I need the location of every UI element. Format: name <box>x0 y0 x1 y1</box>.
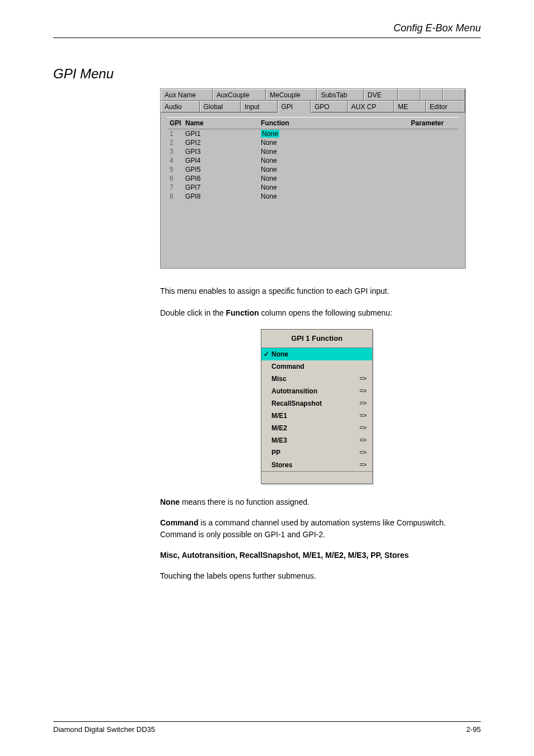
tab-gpi[interactable]: GPI <box>278 101 311 112</box>
tab-auxcouple[interactable]: AuxCouple <box>213 89 266 101</box>
arrow-icon: => <box>359 374 367 383</box>
tab-empty: . <box>420 89 443 101</box>
tab-audio[interactable]: Audio <box>161 101 200 112</box>
submenu-item-stores[interactable]: Stores=> <box>261 459 372 471</box>
submenu-item-label: M/E3 <box>271 435 287 445</box>
description-block: This menu enables to assign a specific f… <box>160 285 481 484</box>
cell-function[interactable]: None <box>261 166 411 173</box>
cell-function[interactable]: None <box>261 130 411 138</box>
cell-gpi: 6 <box>167 175 185 182</box>
table-row[interactable]: 6GPI6None <box>167 174 458 183</box>
submenu-item-misc[interactable]: Misc=> <box>261 373 372 385</box>
table-row[interactable]: 7GPI7None <box>167 183 458 192</box>
submenu-item-m-e2[interactable]: M/E2=> <box>261 422 372 434</box>
col-header-function: Function <box>261 119 411 127</box>
submenu-item-label: Command <box>271 361 305 372</box>
table-row[interactable]: 1GPI1None <box>167 129 458 138</box>
cell-gpi: 5 <box>167 166 185 173</box>
cell-parameter <box>411 184 456 191</box>
table-row[interactable]: 3GPI3None <box>167 147 458 156</box>
arrow-icon: => <box>359 435 367 445</box>
arrow-icon: => <box>359 460 367 469</box>
para-intro: This menu enables to assign a specific f… <box>160 285 481 297</box>
cell-gpi: 2 <box>167 139 185 147</box>
footer-right: 2-95 <box>466 725 481 734</box>
submenu-title: GPI 1 Function <box>261 330 372 348</box>
submenu-item-recallsnapshot[interactable]: RecallSnapshot=> <box>261 397 372 410</box>
tab-gpo[interactable]: GPO <box>311 101 347 112</box>
tab-me[interactable]: ME <box>394 101 426 112</box>
cell-gpi: 7 <box>167 184 185 191</box>
col-header-name: Name <box>185 119 261 127</box>
submenu-item-none[interactable]: ✓None <box>261 348 372 360</box>
cell-function[interactable]: None <box>261 157 411 165</box>
tab-dve[interactable]: DVE <box>364 89 398 101</box>
submenu-item-label: M/E2 <box>271 423 287 433</box>
cell-name: GPI5 <box>185 166 261 173</box>
tab-input[interactable]: Input <box>241 101 278 112</box>
col-header-gpi: GPI <box>167 119 185 127</box>
tab-empty: . <box>398 89 420 101</box>
cell-parameter <box>411 157 456 165</box>
tab-mecouple[interactable]: MeCouple <box>266 89 317 101</box>
cell-parameter <box>411 139 456 147</box>
table-header: GPI Name Function Parameter <box>167 117 458 129</box>
submenu-item-command[interactable]: Command <box>261 360 372 373</box>
arrow-icon: => <box>359 398 367 408</box>
tab-editor[interactable]: Editor <box>426 101 465 112</box>
gpi-function-submenu[interactable]: GPI 1 Function ✓NoneCommandMisc=>Autotra… <box>261 329 373 484</box>
col-header-parameter: Parameter <box>411 119 456 127</box>
tab-aux-cp[interactable]: AUX CP <box>348 101 395 112</box>
cell-parameter <box>411 175 456 182</box>
cell-name: GPI6 <box>185 175 261 182</box>
tabs-row-1: Aux NameAuxCoupleMeCoupleSubsTabDVE... <box>161 89 465 101</box>
cell-function[interactable]: None <box>261 139 411 147</box>
submenu-item-m-e3[interactable]: M/E3=> <box>261 434 372 447</box>
arrow-icon: => <box>359 386 367 396</box>
cell-name: GPI4 <box>185 157 261 165</box>
tabs-row-2: AudioGlobalInputGPIGPOAUX CPMEEditor <box>161 101 465 112</box>
submenu-item-label: PP <box>271 448 280 458</box>
submenu-item-label: Misc <box>271 374 287 384</box>
cell-name: GPI8 <box>185 192 261 200</box>
table-row[interactable]: 8GPI8None <box>167 192 458 201</box>
tab-substab[interactable]: SubsTab <box>317 89 363 101</box>
table-row[interactable]: 2GPI2None <box>167 138 458 147</box>
submenu-item-label: Stores <box>271 460 292 470</box>
cell-gpi: 4 <box>167 157 185 165</box>
tab-global[interactable]: Global <box>200 101 241 112</box>
cell-function[interactable]: None <box>261 192 411 200</box>
check-icon: ✓ <box>264 349 269 359</box>
cell-gpi: 3 <box>167 148 185 156</box>
tab-empty: . <box>443 89 465 101</box>
cell-name: GPI7 <box>185 184 261 191</box>
cell-parameter <box>411 192 456 200</box>
submenu-item-m-e1[interactable]: M/E1=> <box>261 410 372 422</box>
lower-text-block: None means there is no function assigned… <box>160 496 481 582</box>
submenu-item-label: RecallSnapshot <box>271 398 322 408</box>
para-command: Command is a command channel used by aut… <box>160 517 481 541</box>
cell-parameter <box>411 166 456 173</box>
footer-left: Diamond Digital Switcher DD35 <box>53 725 155 734</box>
header-right: Config E-Box Menu <box>53 22 481 34</box>
submenu-footer <box>261 471 372 483</box>
gpi-panel: Aux NameAuxCoupleMeCoupleSubsTabDVE... A… <box>160 88 466 269</box>
header-rule <box>53 37 481 38</box>
cell-gpi: 8 <box>167 192 185 200</box>
arrow-icon: => <box>359 423 367 433</box>
cell-function[interactable]: None <box>261 184 411 191</box>
cell-name: GPI2 <box>185 139 261 147</box>
cell-function[interactable]: None <box>261 175 411 182</box>
para-touch: Touching the labels opens further submen… <box>160 570 481 582</box>
table-row[interactable]: 5GPI5None <box>167 165 458 174</box>
para-none: None means there is no function assigned… <box>160 496 481 508</box>
submenu-item-label: None <box>271 349 288 359</box>
submenu-item-autotransition[interactable]: Autotransition=> <box>261 385 372 397</box>
cell-function[interactable]: None <box>261 148 411 156</box>
table-row[interactable]: 4GPI4None <box>167 156 458 165</box>
submenu-item-pp[interactable]: PP=> <box>261 447 372 459</box>
gpi-table: GPI Name Function Parameter 1GPI1None2GP… <box>161 112 465 268</box>
submenu-item-label: M/E1 <box>271 411 287 421</box>
tab-aux-name[interactable]: Aux Name <box>161 89 213 101</box>
cell-name: GPI1 <box>185 130 261 138</box>
